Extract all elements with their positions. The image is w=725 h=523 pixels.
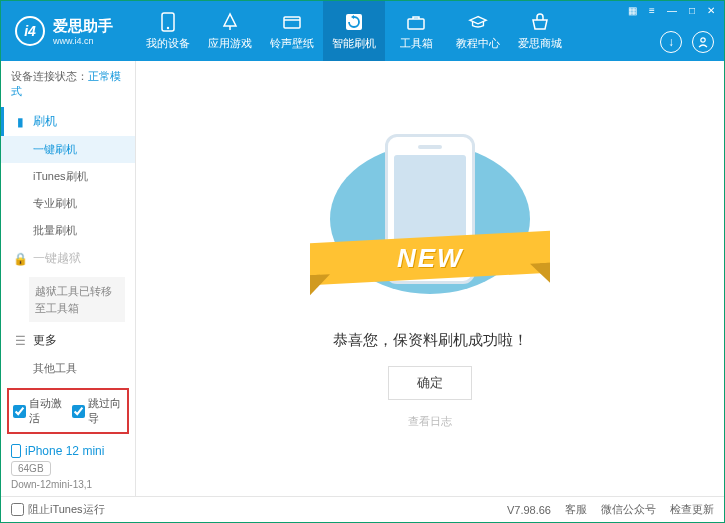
lock-icon[interactable]: ≡ [646, 5, 658, 16]
nav-store[interactable]: 爱思商城 [509, 1, 571, 61]
sidebar-item-other-tools[interactable]: 其他工具 [1, 355, 135, 382]
title-bar: i4 爱思助手 www.i4.cn 我的设备 应用游戏 铃声壁纸 智能刷机 [1, 1, 724, 61]
sidebar-item-oneclick-flash[interactable]: 一键刷机 [1, 136, 135, 163]
sidebar-section-jailbreak[interactable]: 🔒 一键越狱 [1, 244, 135, 273]
options-highlight: 自动激活 跳过向导 [7, 388, 129, 434]
sidebar-item-batch-flash[interactable]: 批量刷机 [1, 217, 135, 244]
phone-icon: ▮ [13, 115, 27, 129]
block-itunes-checkbox[interactable]: 阻止iTunes运行 [11, 502, 105, 517]
version-label: V7.98.66 [507, 504, 551, 516]
success-illustration: NEW [320, 129, 540, 309]
check-update-link[interactable]: 检查更新 [670, 502, 714, 517]
nav-tutorial[interactable]: 教程中心 [447, 1, 509, 61]
sidebar: 设备连接状态：正常模式 ▮ 刷机 一键刷机 iTunes刷机 专业刷机 批量刷机… [1, 61, 136, 496]
wechat-link[interactable]: 微信公众号 [601, 502, 656, 517]
device-name[interactable]: iPhone 12 mini [11, 444, 125, 458]
connection-status: 设备连接状态：正常模式 [1, 61, 135, 107]
nav-toolbox[interactable]: 工具箱 [385, 1, 447, 61]
apps-icon [220, 12, 240, 32]
svg-rect-2 [284, 17, 300, 28]
lock-icon: 🔒 [13, 252, 27, 266]
more-icon: ☰ [13, 334, 27, 348]
success-message: 恭喜您，保资料刷机成功啦！ [333, 331, 528, 350]
app-url: www.i4.cn [53, 36, 113, 46]
nav-my-device[interactable]: 我的设备 [137, 1, 199, 61]
svg-rect-4 [408, 19, 424, 29]
jailbreak-notice: 越狱工具已转移至工具箱 [29, 277, 125, 322]
nav-smart-flash[interactable]: 智能刷机 [323, 1, 385, 61]
auto-activate-checkbox[interactable]: 自动激活 [13, 396, 64, 426]
device-capacity: 64GB [11, 461, 51, 476]
user-button[interactable] [692, 31, 714, 53]
svg-point-1 [167, 26, 169, 28]
sidebar-item-pro-flash[interactable]: 专业刷机 [1, 190, 135, 217]
status-bar: 阻止iTunes运行 V7.98.66 客服 微信公众号 检查更新 [1, 496, 724, 522]
folder-icon [282, 12, 302, 32]
nav-apps-games[interactable]: 应用游戏 [199, 1, 261, 61]
logo-icon: i4 [15, 16, 45, 46]
customer-service-link[interactable]: 客服 [565, 502, 587, 517]
main-content: NEW 恭喜您，保资料刷机成功啦！ 确定 查看日志 [136, 61, 724, 496]
sidebar-section-more[interactable]: ☰ 更多 [1, 326, 135, 355]
main-nav: 我的设备 应用游戏 铃声壁纸 智能刷机 工具箱 教程中心 [137, 1, 571, 61]
maximize-icon[interactable]: □ [686, 5, 698, 16]
refresh-icon [344, 12, 364, 32]
menu-icon[interactable]: ▦ [625, 5, 640, 16]
device-icon [158, 12, 178, 32]
sidebar-section-flash[interactable]: ▮ 刷机 [1, 107, 135, 136]
close-icon[interactable]: ✕ [704, 5, 718, 16]
logo: i4 爱思助手 www.i4.cn [1, 16, 127, 46]
skip-guide-checkbox[interactable]: 跳过向导 [72, 396, 123, 426]
graduation-icon [468, 12, 488, 32]
app-title: 爱思助手 [53, 17, 113, 36]
nav-ringtone-wallpaper[interactable]: 铃声壁纸 [261, 1, 323, 61]
device-model: Down-12mini-13,1 [11, 479, 125, 490]
store-icon [530, 12, 550, 32]
toolbox-icon [406, 12, 426, 32]
sidebar-item-itunes-flash[interactable]: iTunes刷机 [1, 163, 135, 190]
minimize-icon[interactable]: — [664, 5, 680, 16]
download-button[interactable]: ↓ [660, 31, 682, 53]
svg-point-5 [701, 38, 705, 42]
new-ribbon: NEW [397, 242, 464, 273]
view-log-link[interactable]: 查看日志 [408, 414, 452, 429]
window-controls: ▦ ≡ — □ ✕ [625, 5, 718, 16]
device-phone-icon [11, 444, 21, 458]
ok-button[interactable]: 确定 [388, 366, 472, 400]
sidebar-item-download-firmware[interactable]: 下载固件 [1, 382, 135, 384]
device-info: iPhone 12 mini 64GB Down-12mini-13,1 [1, 438, 135, 496]
